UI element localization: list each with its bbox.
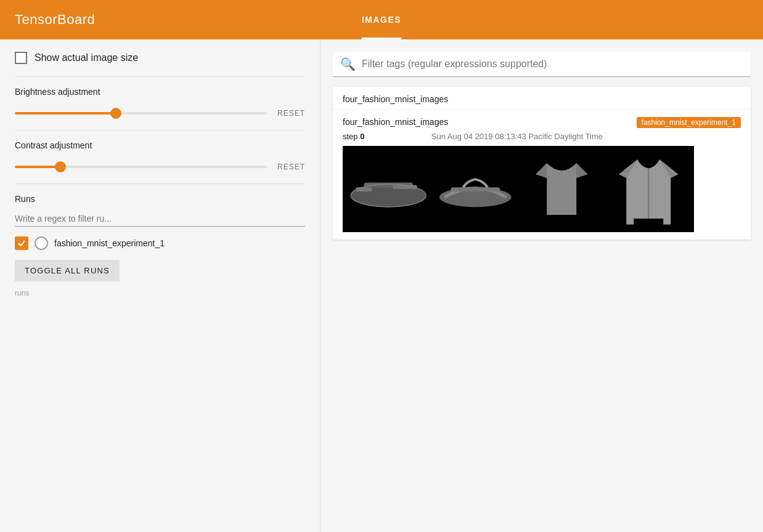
image-meta: step 0 Sun Aug 04 2019 08:13:43 Pacific …	[343, 132, 741, 141]
svg-rect-6	[451, 187, 500, 191]
divider-3	[15, 183, 305, 184]
runs-title: Runs	[15, 194, 305, 204]
image-card-title-row: four_fashion_mnist_images fashion_mnist_…	[343, 117, 741, 128]
content-area: 🔍 four_fashion_mnist_images four_fashion…	[320, 39, 763, 532]
checkmark-icon	[17, 239, 26, 248]
app-title: TensorBoard	[15, 12, 95, 28]
header-nav: IMAGES	[347, 0, 416, 39]
step-value: 0	[360, 132, 364, 141]
nav-item-images[interactable]: IMAGES	[347, 0, 416, 39]
contrast-slider-track-container[interactable]	[15, 166, 267, 168]
brightness-slider-fill	[15, 112, 116, 115]
runs-section: Runs fashion_mnist_experiment_1 TOGGLE A…	[15, 194, 305, 297]
contrast-reset-button[interactable]: RESET	[277, 160, 305, 174]
main-layout: Show actual image size Brightness adjust…	[0, 39, 763, 532]
fashion-image-4	[608, 152, 690, 226]
filter-bar: 🔍	[333, 52, 751, 77]
run-item: fashion_mnist_experiment_1	[15, 236, 305, 250]
tshirt-icon	[521, 152, 603, 226]
brightness-slider-track	[15, 112, 267, 115]
run-badge: fashion_mnist_experiment_1	[637, 117, 741, 128]
fashion-images-container	[343, 146, 694, 232]
divider-1	[15, 76, 305, 77]
svg-rect-8	[626, 219, 634, 225]
toggle-all-runs-button[interactable]: TOGGLE ALL RUNS	[15, 260, 120, 281]
contrast-slider-thumb[interactable]	[55, 161, 66, 172]
show-actual-size-label: Show actual image size	[35, 52, 138, 63]
fashion-image-3	[521, 152, 603, 226]
image-card-name: four_fashion_mnist_images	[343, 117, 448, 127]
runs-footer: runs	[15, 289, 305, 297]
header: TensorBoard IMAGES	[0, 0, 763, 39]
show-actual-size-row: Show actual image size	[15, 52, 305, 64]
card-header: four_fashion_mnist_images	[333, 87, 751, 110]
svg-rect-9	[663, 219, 671, 225]
brightness-slider-track-container[interactable]	[15, 112, 267, 115]
filter-tags-input[interactable]	[362, 58, 743, 70]
divider-2	[15, 130, 305, 131]
timestamp: Sun Aug 04 2019 08:13:43 Pacific Dayligh…	[431, 132, 603, 141]
run-checkbox[interactable]	[15, 236, 28, 250]
run-color-dot[interactable]	[35, 236, 48, 250]
fashion-image-1	[348, 152, 430, 226]
step-label: step	[343, 132, 358, 141]
contrast-slider-row: RESET	[15, 160, 305, 174]
image-card: four_fashion_mnist_images four_fashion_m…	[333, 87, 751, 240]
run-name: fashion_mnist_experiment_1	[54, 238, 165, 249]
brightness-slider-row: RESET	[15, 107, 305, 120]
contrast-section: Contrast adjustment RESET	[15, 140, 305, 174]
brightness-reset-button[interactable]: RESET	[277, 107, 305, 120]
sidebar: Show actual image size Brightness adjust…	[0, 39, 320, 532]
brightness-slider-thumb[interactable]	[110, 108, 121, 119]
coat-icon	[608, 152, 690, 226]
card-body: four_fashion_mnist_images fashion_mnist_…	[333, 110, 751, 240]
search-icon: 🔍	[340, 57, 356, 71]
contrast-label: Contrast adjustment	[15, 140, 305, 150]
contrast-slider-fill	[15, 166, 60, 168]
sandal-icon-2	[435, 152, 516, 226]
brightness-label: Brightness adjustment	[15, 87, 305, 97]
svg-rect-2	[356, 187, 372, 191]
fashion-image-2	[435, 152, 516, 226]
sandal-icon-1	[348, 152, 430, 226]
contrast-slider-track	[15, 166, 267, 168]
show-actual-size-checkbox[interactable]	[15, 52, 27, 64]
brightness-section: Brightness adjustment RESET	[15, 87, 305, 120]
runs-filter-input[interactable]	[15, 211, 305, 227]
